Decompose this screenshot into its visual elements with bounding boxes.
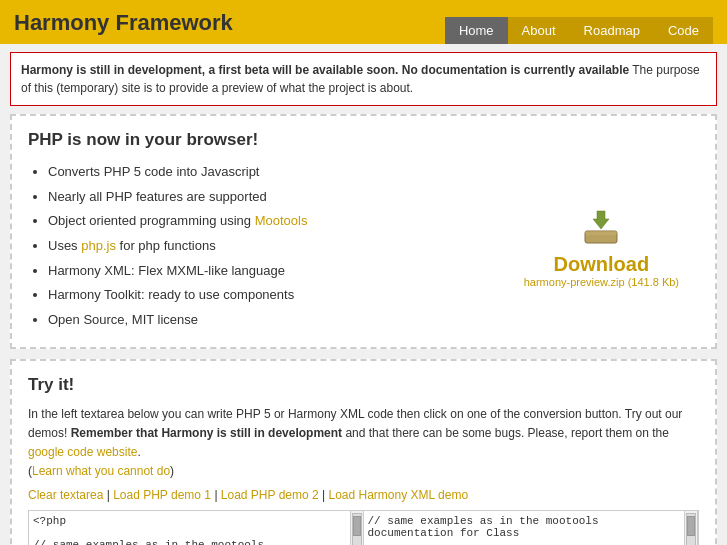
load-harmony-xml-link[interactable]: Load Harmony XML demo [328, 488, 468, 502]
list-item: Nearly all PHP features are supported [48, 185, 307, 210]
left-scrollbar-track[interactable] [352, 513, 362, 545]
list-item: Harmony XML: Flex MXML-like language [48, 259, 307, 284]
nav-code[interactable]: Code [654, 17, 713, 44]
clear-textarea-link[interactable]: Clear textarea [28, 488, 103, 502]
svg-rect-2 [585, 231, 617, 235]
right-code-output[interactable] [364, 511, 685, 545]
app-title: Harmony Framework [14, 10, 233, 44]
main-content: PHP is now in your browser! Converts PHP… [0, 114, 727, 545]
load-php-demo2-link[interactable]: Load PHP demo 2 [221, 488, 319, 502]
download-icon [579, 205, 623, 249]
load-php-demo1-link[interactable]: Load PHP demo 1 [113, 488, 211, 502]
right-scrollbar-track[interactable] [686, 513, 696, 545]
left-code-input[interactable] [29, 511, 350, 545]
mootools-link[interactable]: Mootools [255, 213, 308, 228]
download-link[interactable]: Download [554, 253, 650, 276]
left-scrollbar[interactable] [350, 511, 364, 545]
nav-about[interactable]: About [508, 17, 570, 44]
nav-roadmap[interactable]: Roadmap [570, 17, 654, 44]
list-item: Uses php.js for php functions [48, 234, 307, 259]
svg-marker-1 [593, 211, 609, 229]
features-box: PHP is now in your browser! Converts PHP… [10, 114, 717, 349]
try-description: In the left textarea below you can write… [28, 405, 699, 482]
nav-bar: Home About Roadmap Code [445, 17, 713, 44]
list-item: Converts PHP 5 code into Javascript [48, 160, 307, 185]
left-scrollbar-thumb[interactable] [353, 516, 361, 536]
phpjs-link[interactable]: php.js [81, 238, 116, 253]
list-item: Harmony Toolkit: ready to use components [48, 283, 307, 308]
right-code-pane [364, 511, 685, 545]
left-code-pane [29, 511, 350, 545]
features-list: Converts PHP 5 code into Javascript Near… [28, 160, 307, 333]
features-content: Converts PHP 5 code into Javascript Near… [28, 160, 699, 333]
list-item: Object oriented programming using Mootoo… [48, 209, 307, 234]
code-area [28, 510, 699, 545]
list-item: Open Source, MIT license [48, 308, 307, 333]
nav-home[interactable]: Home [445, 17, 508, 44]
features-title: PHP is now in your browser! [28, 130, 699, 150]
learn-link[interactable]: Learn what you cannot do [32, 464, 170, 478]
download-filename: harmony-preview.zip (141.8 Kb) [524, 276, 679, 288]
try-it-title: Try it! [28, 375, 699, 395]
right-scrollbar[interactable] [684, 511, 698, 545]
try-it-box: Try it! In the left textarea below you c… [10, 359, 717, 545]
right-scrollbar-thumb[interactable] [687, 516, 695, 536]
warning-banner: Harmony is still in development, a first… [10, 52, 717, 106]
download-section: Download harmony-preview.zip (141.8 Kb) [504, 160, 699, 333]
google-code-link[interactable]: google code website [28, 445, 137, 459]
header: Harmony Framework Home About Roadmap Cod… [0, 0, 727, 44]
try-links: Clear textarea | Load PHP demo 1 | Load … [28, 488, 699, 502]
warning-bold: Harmony is still in development, a first… [21, 63, 629, 77]
